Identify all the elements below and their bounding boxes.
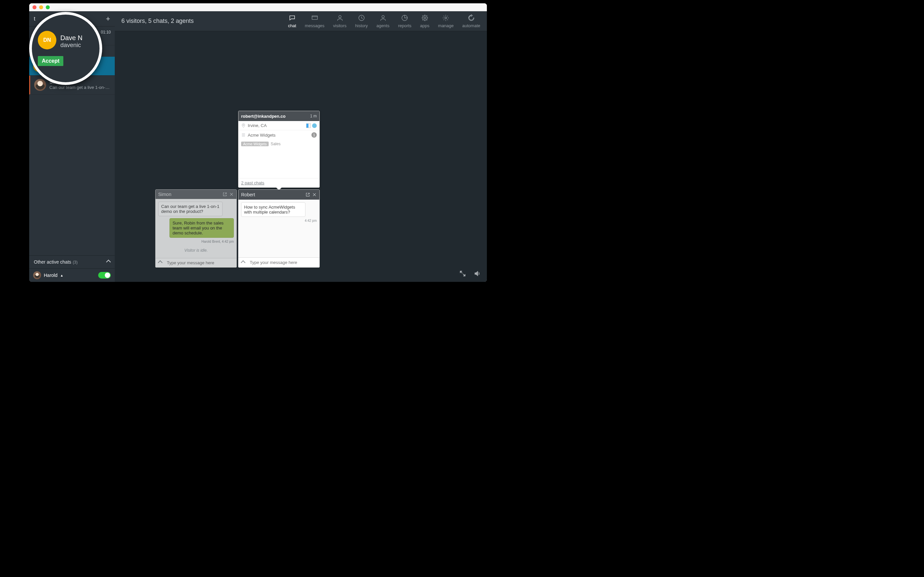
window-minimize-icon[interactable] (39, 5, 43, 9)
page-count-badge: 1 (311, 132, 317, 138)
chat-panel-simon: Simon Can our team get a live 1-on-1 dem… (155, 189, 237, 268)
fullscreen-icon[interactable] (459, 270, 466, 277)
message-meta: Harold Brent, 4:42 pm (201, 240, 234, 243)
agent-menu[interactable]: Harold ▲ (33, 271, 63, 279)
message-input[interactable] (165, 260, 237, 265)
incoming-message: How to sync AcmeWidgets with multiple ca… (241, 202, 305, 217)
nav-label: reports (398, 23, 411, 28)
chat-icon (288, 14, 296, 22)
popover-location: Irvine, CA (248, 123, 267, 128)
svg-point-6 (424, 17, 426, 19)
svg-point-10 (427, 18, 428, 19)
nav-apps[interactable]: apps (420, 14, 429, 28)
svg-rect-0 (312, 16, 318, 19)
panel-header[interactable]: Robert (239, 190, 319, 200)
panel-title: Robert (241, 192, 255, 197)
window-zoom-icon[interactable] (46, 5, 50, 9)
topbar: 6 visitors, 5 chats, 2 agents chatmessag… (115, 11, 487, 31)
magnify-sub: davenic (60, 42, 82, 49)
agent-name: Harold (44, 272, 57, 278)
panel-header[interactable]: Simon (156, 190, 237, 199)
workspace: robert@inkandpen.co 1 m Irvine, CA (115, 31, 487, 282)
other-chats-label: Other active chats (34, 259, 71, 264)
popout-icon[interactable] (305, 192, 310, 197)
tag: Acme Widgets (241, 142, 269, 146)
avatar: DN (38, 31, 56, 49)
popout-icon[interactable] (223, 192, 227, 197)
nav-manage[interactable]: manage (438, 14, 454, 28)
svg-point-11 (422, 16, 424, 16)
app-window: t + DN Dave Nickerson davenic@mockupmeup… (29, 3, 487, 282)
message-input[interactable] (248, 260, 319, 265)
tag-extra: Sales (271, 142, 281, 146)
online-toggle[interactable] (98, 272, 111, 279)
apps-icon (421, 14, 429, 22)
nav-label: automate (462, 23, 480, 28)
main-area: 6 visitors, 5 chats, 2 agents chatmessag… (115, 11, 487, 282)
chat-panel-robert: Robert How to sync AcmeWidgets with mult… (238, 189, 320, 268)
conv-sub: Can our team get a live 1-on-1… (49, 85, 111, 90)
nav-label: agents (376, 23, 389, 28)
window-close-icon[interactable] (32, 5, 37, 9)
nav-visitors[interactable]: visitors (333, 14, 346, 28)
popover-page-row[interactable]: Acme Widgets 1 (239, 131, 319, 140)
nav-label: visitors (333, 23, 346, 28)
finder-icon (306, 123, 311, 128)
close-icon[interactable] (312, 192, 317, 197)
svg-point-12 (426, 16, 427, 16)
agent-status-row: Harold ▲ (29, 268, 115, 282)
history-icon (358, 14, 366, 22)
window-titlebar (29, 3, 487, 11)
page-icon (241, 133, 246, 137)
svg-point-2 (339, 16, 341, 18)
conv-time: 01:10 (101, 30, 111, 34)
workspace-corner-controls (459, 270, 481, 277)
svg-point-7 (424, 15, 425, 16)
nav-messages[interactable]: messages (305, 14, 324, 28)
idle-status: Visitor is idle. (158, 245, 234, 255)
sidebar-title: t (34, 16, 35, 22)
chevron-up-icon (106, 259, 111, 264)
popover-email: robert@inkandpen.co (241, 114, 285, 119)
message-meta: 4:42 pm (305, 219, 317, 222)
nav-label: apps (420, 23, 429, 28)
avatar (33, 271, 41, 279)
nav-history[interactable]: history (355, 14, 368, 28)
new-chat-button[interactable]: + (106, 15, 110, 23)
nav-automate[interactable]: automate (462, 14, 480, 28)
nav-reports[interactable]: reports (398, 14, 411, 28)
popover-location-row: Irvine, CA (239, 121, 319, 131)
nav-label: chat (288, 23, 297, 28)
panel-input-row (156, 258, 237, 267)
other-active-chats-toggle[interactable]: Other active chats (3) (29, 255, 115, 268)
expand-input-icon[interactable] (239, 260, 248, 265)
visitor-summary: 6 visitors, 5 chats, 2 agents (121, 18, 194, 24)
expand-input-icon[interactable] (156, 260, 165, 265)
other-chats-count: (3) (73, 260, 77, 264)
magnify-name: Dave N (60, 34, 82, 42)
svg-point-15 (445, 17, 447, 19)
close-icon[interactable] (229, 192, 234, 197)
reports-icon (401, 14, 409, 22)
globe-icon (312, 123, 317, 128)
svg-point-4 (382, 16, 384, 18)
avatar (34, 79, 46, 91)
magnify-callout: DN Dave N davenic Accept (29, 12, 102, 85)
panel-title: Simon (158, 192, 171, 197)
outgoing-message: Sure, Robin from the sales team will ema… (169, 218, 234, 238)
location-pin-icon (241, 123, 246, 128)
nav-agents[interactable]: agents (376, 14, 389, 28)
popover-page-title: Acme Widgets (248, 133, 276, 138)
popover-tags-row: Acme Widgets Sales (239, 140, 319, 148)
automate-icon (467, 14, 475, 22)
manage-icon (442, 14, 450, 22)
volume-icon[interactable] (474, 270, 481, 277)
magnify-accept-button[interactable]: Accept (38, 56, 63, 66)
nav-label: history (355, 23, 368, 28)
agents-icon (379, 14, 387, 22)
svg-point-16 (243, 124, 244, 125)
svg-point-13 (422, 19, 424, 20)
panel-input-row (239, 257, 319, 267)
past-chats-link[interactable]: 2 past chats (241, 181, 264, 185)
nav-chat[interactable]: chat (288, 14, 297, 28)
